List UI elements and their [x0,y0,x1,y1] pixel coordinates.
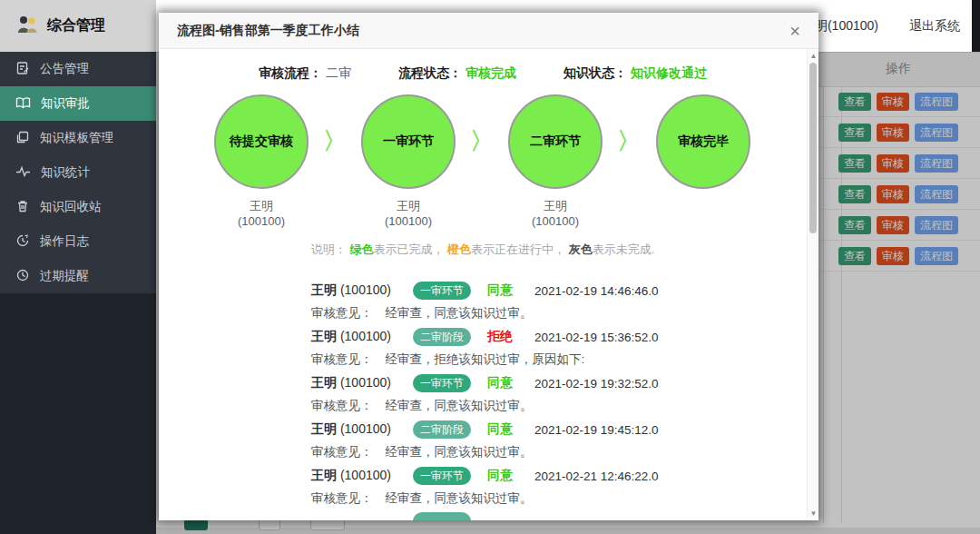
record-timestamp: 2021-02-19 15:36:52.0 [534,331,659,344]
chevron-right-icon: 〉 [615,125,642,157]
sidebar-item-knowledge-approval[interactable]: 知识审批 [0,86,156,121]
flow-value: 二审 [326,65,351,80]
assignee: 王明 (100100) [207,198,316,229]
knowledge-status-label: 知识状态： [564,65,627,80]
record-timestamp: 2021-02-19 19:32:52.0 [534,377,659,391]
step-circle-first-review: 一审环节 [361,94,456,189]
step-circle-complete: 审核完毕 [656,94,750,189]
logo-area: 综合管理 [0,0,156,52]
sidebar-item-operation-log[interactable]: 操作日志 [0,224,156,259]
stage-badge: 一审环节 [413,467,471,485]
opinion-text: 经审查，拒绝该知识过审，原因如下: [386,351,585,368]
logout-link[interactable]: 退出系统 [909,18,960,35]
sidebar-item-announcement[interactable]: 公告管理 [0,52,156,86]
process-status-value: 审核完成 [466,65,516,80]
process-status-label: 流程状态： [398,65,462,80]
opinion-text: 经审查，同意该知识过审。 [386,444,533,460]
app-title: 综合管理 [47,16,105,35]
decision-text: 同意 [487,421,534,438]
decision-text: 同意 [487,282,534,299]
stage-badge: 二审阶段 [413,328,471,346]
opinion-text: 经审查，同意该知识过审。 [386,305,533,321]
status-row: 审核流程：二审 流程状态：审核完成 知识状态：知识修改通过 [159,65,807,82]
decision-text: 同意 [487,468,534,484]
step-circle-pending: 待提交审核 [214,94,309,189]
review-record: 王明 (100100) 一审环节 同意 2021-02-19 19:32:52.… [311,373,807,420]
users-logo-icon [16,15,40,38]
chevron-right-icon: 〉 [321,125,348,157]
knowledge-status-value: 知识修改通过 [631,65,707,80]
sidebar-item-knowledge-statistics[interactable]: 知识统计 [0,155,156,190]
clipboard-icon [15,61,30,78]
review-record: 王明 (100100) 二审阶段 同意 2021-02-19 19:45:12.… [311,420,807,466]
dialog-title: 流程图-销售部第一季度工作小结 [177,23,359,39]
review-record: 王明 (100100) 二审阶段 拒绝 2021-02-19 15:36:52.… [311,327,807,373]
app-window: 综合管理 王明(100100) 退出系统 公告管理 知识审批 知识模板管理 [0,0,980,534]
opinion-text: 经审查，同意该知识过审。 [386,398,533,414]
review-record-partial [311,512,807,520]
sidebar: 公告管理 知识审批 知识模板管理 知识统计 知识回收站 操作日志 [0,52,156,534]
close-icon[interactable]: × [789,22,800,40]
assignee: 王明 (100100) [354,198,463,229]
book-icon [15,95,31,113]
sidebar-item-expiry-reminder[interactable]: 过期提醒 [0,259,156,293]
dialog-scrollbar[interactable]: ▲ ▼ [807,49,818,520]
legend-note: 说明： 绿色表示已完成， 橙色表示正在进行中， 灰色表示未完成. [159,242,807,258]
stack-icon [15,130,30,147]
pulse-icon [15,164,31,182]
review-record: 王明 (100100) 一审环节 同意 2021-02-21 12:46:22.… [311,466,807,512]
scroll-down-icon[interactable]: ▼ [808,509,818,518]
flow-label: 审核流程： [259,65,322,80]
scroll-up-icon[interactable]: ▲ [808,52,818,60]
stage-badge: 一审环节 [413,374,471,392]
workflow-steps: 待提交审核 〉 一审环节 〉 二审环节 〉 审核完毕 [159,94,807,189]
assignee: 王明 (100100) [501,198,610,229]
record-timestamp: 2021-02-19 19:45:12.0 [534,423,659,437]
decision-text: 同意 [487,375,534,391]
legend-gray: 灰色 [569,242,593,256]
clock-icon [15,268,30,285]
legend-orange: 橙色 [447,242,471,256]
record-timestamp: 2021-02-21 12:46:22.0 [534,470,659,483]
trash-icon [15,199,30,216]
step-assignees: 王明 (100100) 王明 (100100) 王明 (100100) [159,198,807,232]
dialog-header: 流程图-销售部第一季度工作小结 × [159,13,818,49]
stage-badge-partial [413,512,471,520]
sidebar-item-template-management[interactable]: 知识模板管理 [0,121,156,155]
sidebar-item-recycle-bin[interactable]: 知识回收站 [0,190,156,224]
stage-badge: 二审阶段 [413,420,471,439]
review-records: 王明 (100100) 一审环节 同意 2021-02-19 14:46:46.… [311,281,807,520]
scrollbar-thumb[interactable] [809,63,817,233]
chevron-right-icon: 〉 [468,125,495,157]
stage-badge: 一审环节 [413,282,471,300]
topbar-edge-strip [972,0,980,52]
review-record: 王明 (100100) 一审环节 同意 2021-02-19 14:46:46.… [311,281,807,327]
legend-green: 绿色 [349,242,373,256]
history-icon [15,233,30,251]
decision-text: 拒绝 [487,329,534,345]
record-timestamp: 2021-02-19 14:46:46.0 [534,284,659,298]
step-circle-second-review: 二审环节 [508,94,603,189]
flowchart-dialog: 流程图-销售部第一季度工作小结 × 审核流程：二审 流程状态：审核完成 知识状态… [159,13,818,520]
opinion-text: 经审查，同意该知识过审。 [386,490,533,507]
